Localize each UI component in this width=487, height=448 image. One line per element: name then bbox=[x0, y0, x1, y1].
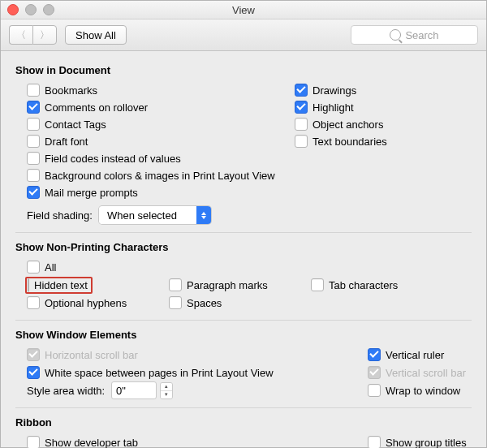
preferences-window: View 〈 〉 Show All Search Show in Documen… bbox=[0, 0, 487, 448]
drawings-label: Drawings bbox=[312, 84, 356, 97]
chevron-left-icon: 〈 bbox=[16, 28, 26, 42]
search-input[interactable]: Search bbox=[351, 25, 478, 45]
text-boundaries-label: Text boundaries bbox=[312, 136, 387, 148]
developer-tab-label: Show developer tab bbox=[45, 437, 138, 449]
bookmarks-label: Bookmarks bbox=[45, 84, 97, 97]
field-shading-value: When selected bbox=[99, 206, 196, 224]
divider bbox=[15, 232, 472, 233]
divider bbox=[15, 407, 472, 408]
contact-tags-label: Contact Tags bbox=[45, 118, 106, 131]
field-shading-label: Field shading: bbox=[27, 209, 93, 222]
all-checkbox[interactable] bbox=[27, 261, 40, 274]
updown-icon bbox=[196, 206, 211, 224]
section-ribbon-heading: Ribbon bbox=[15, 416, 472, 429]
show-all-button[interactable]: Show All bbox=[65, 25, 127, 45]
hidden-text-checkbox[interactable] bbox=[28, 278, 29, 292]
whitespace-label: White space between pages in Print Layou… bbox=[45, 367, 274, 379]
comments-checkbox[interactable] bbox=[27, 101, 40, 114]
vscroll-label: Vertical scroll bar bbox=[386, 367, 466, 379]
highlight-checkbox[interactable] bbox=[295, 101, 308, 114]
section-nonprinting-heading: Show Non-Printing Characters bbox=[15, 241, 472, 253]
nav-buttons: 〈 〉 bbox=[9, 25, 57, 45]
whitespace-checkbox[interactable] bbox=[27, 366, 40, 379]
search-placeholder: Search bbox=[405, 29, 438, 41]
vscroll-checkbox bbox=[368, 366, 381, 379]
vruler-label: Vertical ruler bbox=[386, 349, 444, 361]
chevron-down-icon: ▾ bbox=[161, 391, 172, 398]
all-label: All bbox=[45, 261, 56, 274]
bg-colors-checkbox[interactable] bbox=[27, 169, 40, 182]
optional-hyphens-checkbox[interactable] bbox=[27, 296, 40, 309]
zoom-button[interactable] bbox=[43, 4, 54, 15]
hscroll-label: Horizontal scroll bar bbox=[45, 349, 138, 361]
style-area-width-stepper[interactable]: ▴ ▾ bbox=[160, 382, 173, 399]
window-controls bbox=[7, 4, 54, 15]
wrap-label: Wrap to window bbox=[386, 385, 460, 397]
field-shading-select[interactable]: When selected bbox=[99, 206, 211, 224]
search-icon bbox=[390, 29, 401, 41]
window-title: View bbox=[1, 4, 486, 16]
field-codes-label: Field codes instead of values bbox=[45, 153, 181, 165]
hidden-text-highlight: Hidden text bbox=[25, 277, 93, 294]
pane-body: Show in Document Bookmarks Comments on r… bbox=[1, 51, 486, 448]
object-anchors-checkbox[interactable] bbox=[295, 118, 308, 131]
forward-button[interactable]: 〉 bbox=[32, 25, 57, 45]
comments-label: Comments on rollover bbox=[45, 101, 148, 114]
vruler-checkbox[interactable] bbox=[368, 348, 381, 361]
section-window-elements-heading: Show Window Elements bbox=[15, 329, 472, 341]
hscroll-checkbox bbox=[27, 348, 40, 361]
spaces-label: Spaces bbox=[187, 297, 222, 309]
toolbar: 〈 〉 Show All Search bbox=[1, 19, 486, 51]
titlebar: View bbox=[1, 1, 486, 19]
chevron-up-icon: ▴ bbox=[161, 383, 172, 391]
developer-tab-checkbox[interactable] bbox=[27, 436, 40, 448]
text-boundaries-checkbox[interactable] bbox=[295, 135, 308, 148]
wrap-checkbox[interactable] bbox=[368, 384, 381, 397]
chevron-right-icon: 〉 bbox=[40, 28, 50, 42]
group-titles-checkbox[interactable] bbox=[368, 436, 381, 448]
bg-colors-label: Background colors & images in Print Layo… bbox=[45, 170, 275, 182]
bookmarks-checkbox[interactable] bbox=[27, 84, 40, 97]
minimize-button[interactable] bbox=[25, 4, 37, 15]
tab-characters-checkbox[interactable] bbox=[311, 278, 324, 291]
show-all-label: Show All bbox=[75, 29, 116, 41]
mail-merge-checkbox[interactable] bbox=[27, 186, 40, 199]
paragraph-marks-label: Paragraph marks bbox=[187, 279, 268, 291]
contact-tags-checkbox[interactable] bbox=[27, 118, 40, 131]
optional-hyphens-label: Optional hyphens bbox=[45, 297, 127, 309]
draft-font-label: Draft font bbox=[45, 136, 88, 148]
highlight-label: Highlight bbox=[312, 101, 354, 114]
drawings-checkbox[interactable] bbox=[295, 84, 308, 97]
style-area-width-label: Style area width: bbox=[27, 385, 105, 397]
close-button[interactable] bbox=[7, 4, 19, 15]
divider bbox=[15, 320, 472, 321]
mail-merge-label: Mail merge prompts bbox=[45, 187, 138, 199]
paragraph-marks-checkbox[interactable] bbox=[169, 278, 182, 291]
hidden-text-label: Hidden text bbox=[34, 279, 88, 291]
spaces-checkbox[interactable] bbox=[169, 296, 182, 309]
section-show-in-document-heading: Show in Document bbox=[15, 64, 472, 76]
object-anchors-label: Object anchors bbox=[312, 118, 383, 131]
group-titles-label: Show group titles bbox=[386, 437, 467, 449]
draft-font-checkbox[interactable] bbox=[27, 135, 40, 148]
back-button[interactable]: 〈 bbox=[9, 25, 32, 45]
tab-characters-label: Tab characters bbox=[329, 279, 398, 291]
style-area-width-input[interactable]: 0" bbox=[111, 381, 157, 399]
field-codes-checkbox[interactable] bbox=[27, 152, 40, 165]
